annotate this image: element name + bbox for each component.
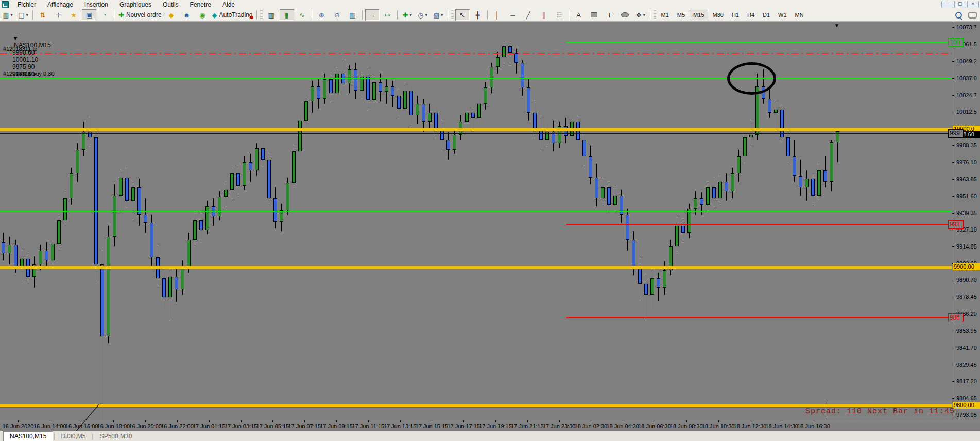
chart-shift-marker-icon[interactable]: ▼ — [834, 23, 839, 28]
arrows-button[interactable]: ❖▾ — [633, 9, 648, 21]
timeframe-m1[interactable]: M1 — [658, 10, 673, 20]
round-level-10000[interactable] — [0, 128, 952, 131]
menu-fenetre[interactable]: Fenetre — [184, 1, 217, 9]
templates-button[interactable]: ▧▾ — [431, 9, 445, 21]
templates-button-dropdown-icon[interactable]: ▾ — [441, 13, 443, 17]
bar-chart-button-icon: ▥ — [268, 12, 274, 19]
bar-chart-button[interactable]: ▥ — [264, 9, 279, 21]
metaeditor-button[interactable]: ◆ — [164, 9, 179, 21]
text-button[interactable]: A — [572, 9, 586, 21]
candle-body — [329, 79, 333, 93]
ellipse-button[interactable] — [618, 9, 632, 21]
tab-sp500-m30[interactable]: SP500,M30 — [94, 432, 139, 441]
terminal-button[interactable]: ▣ — [82, 9, 96, 21]
strategy-tester-button[interactable]: ◔ — [97, 9, 112, 21]
tab-dj30-m5[interactable]: DJ30,M5 — [55, 432, 92, 441]
restore-button[interactable]: ▢ — [954, 1, 966, 8]
community-button[interactable]: ☻ — [180, 9, 194, 21]
timeframe-h1[interactable]: H1 — [728, 10, 743, 20]
time-axis[interactable]: 16 Jun 202016 Jun 14:0016 Jun 16:0016 Ju… — [0, 420, 980, 431]
menu-aide[interactable]: Aide — [217, 1, 240, 9]
crosshair-button[interactable]: ╋ — [471, 9, 485, 21]
navigator-button-icon: ★ — [71, 12, 77, 19]
resistance-line-upper[interactable] — [566, 42, 952, 43]
tile-windows-button-icon: ▦ — [349, 12, 355, 19]
horizontal-line-button[interactable]: ─ — [506, 9, 520, 21]
timeframe-h4[interactable]: H4 — [744, 10, 758, 20]
close-button[interactable]: × — [967, 1, 979, 8]
time-tick — [750, 420, 750, 422]
autotrading-button[interactable]: ◆AutoTrading — [211, 9, 254, 21]
tile-windows-button[interactable]: ▦ — [346, 9, 360, 21]
candle-body — [502, 46, 506, 57]
auto-scroll-button[interactable]: → — [365, 9, 380, 21]
periods-button-dropdown-icon[interactable]: ▾ — [425, 13, 427, 17]
menu-outils[interactable]: Outils — [157, 1, 184, 9]
timeframe-mn[interactable]: MN — [792, 10, 807, 20]
candle-body — [397, 96, 401, 108]
candle-body — [743, 137, 747, 157]
chart-collapse-icon[interactable]: ▼ — [12, 34, 19, 42]
zoom-out-button[interactable]: ⊖ — [330, 9, 345, 21]
trendline-button[interactable]: ╱ — [521, 9, 536, 21]
tab-nas100-m15[interactable]: NAS100,M15 — [3, 431, 53, 441]
candle-body — [150, 223, 153, 257]
candle-body — [335, 74, 339, 93]
data-window-button[interactable]: ✛ — [51, 9, 65, 21]
fibonacci-button[interactable]: ☰ — [552, 9, 566, 21]
new-chart-button-dropdown-icon[interactable]: ▾ — [11, 13, 13, 17]
price-label: 9804.95 — [956, 395, 977, 401]
highlight-ellipse-annotation — [727, 62, 776, 95]
menu-graphiques[interactable]: Graphiques — [114, 1, 157, 9]
timeframe-d1[interactable]: D1 — [759, 10, 773, 20]
news-button[interactable]: ◉ — [195, 9, 210, 21]
periods-button[interactable]: ◷▾ — [416, 9, 430, 21]
menu-affichage[interactable]: Affichage — [42, 1, 79, 9]
profiles-button-dropdown-icon[interactable]: ▾ — [26, 13, 28, 17]
candle-body — [409, 91, 413, 115]
zoom-in-button[interactable]: ⊕ — [315, 9, 329, 21]
round-level-9900[interactable] — [0, 266, 952, 269]
order-buy-line[interactable] — [0, 78, 952, 79]
order-tp-line[interactable] — [0, 53, 952, 54]
vertical-line-button[interactable]: │ — [490, 9, 505, 21]
profiles-button[interactable]: ▤▾ — [16, 9, 30, 21]
price-axis[interactable]: 10099999398610073.710061.510049.210037.0… — [952, 21, 980, 420]
new-chart-button[interactable]: ▦▾ — [1, 9, 15, 21]
candlestick-chart-button[interactable]: ▮ — [280, 9, 294, 21]
red-line-9863[interactable] — [566, 317, 952, 318]
timeframe-m5[interactable]: M5 — [674, 10, 689, 20]
community-chat-icon[interactable] — [968, 12, 977, 19]
new-order-button[interactable]: ✚Nouvel ordre — [117, 9, 163, 21]
cursor-button[interactable]: ↖ — [455, 9, 470, 21]
templates-button-icon: ▧ — [433, 12, 439, 19]
menu-bar-row: FichierAffichageInsertionGraphiquesOutil… — [0, 0, 980, 9]
timeframe-m15[interactable]: M15 — [690, 10, 708, 20]
indicators-button-dropdown-icon[interactable]: ▾ — [409, 13, 411, 17]
arrows-button-dropdown-icon[interactable]: ▾ — [643, 13, 645, 17]
candlestick-chart-button-icon: ▮ — [285, 12, 288, 19]
time-tick — [336, 420, 337, 422]
price-label: 9829.45 — [956, 362, 977, 368]
market-watch-button[interactable]: ⇅ — [36, 9, 50, 21]
menu-insertion[interactable]: Insertion — [79, 1, 114, 9]
bid-line[interactable] — [0, 133, 952, 134]
menu-fichier[interactable]: Fichier — [12, 1, 42, 9]
text-label-button[interactable]: T — [603, 9, 617, 21]
search-icon[interactable] — [955, 12, 962, 19]
timeframe-w1[interactable]: W1 — [775, 10, 790, 20]
red-line-9931[interactable] — [566, 224, 952, 225]
rectangle-button[interactable] — [587, 9, 601, 21]
candle-body — [2, 242, 5, 253]
toolbar-grip — [260, 10, 263, 20]
line-chart-button[interactable]: ∿ — [295, 9, 310, 21]
support-line-9940[interactable] — [0, 211, 952, 212]
chart-canvas[interactable]: #12018311 tp#12018311 buy 0.30 — [0, 21, 952, 420]
channel-button[interactable]: ∥ — [537, 9, 551, 21]
timeframe-m30[interactable]: M30 — [709, 10, 727, 20]
chart-shift-button[interactable]: ↦ — [381, 9, 395, 21]
minimize-button[interactable]: – — [941, 1, 953, 8]
indicators-button[interactable]: ✚▾ — [400, 9, 415, 21]
navigator-button[interactable]: ★ — [66, 9, 81, 21]
price-tick — [952, 213, 954, 214]
